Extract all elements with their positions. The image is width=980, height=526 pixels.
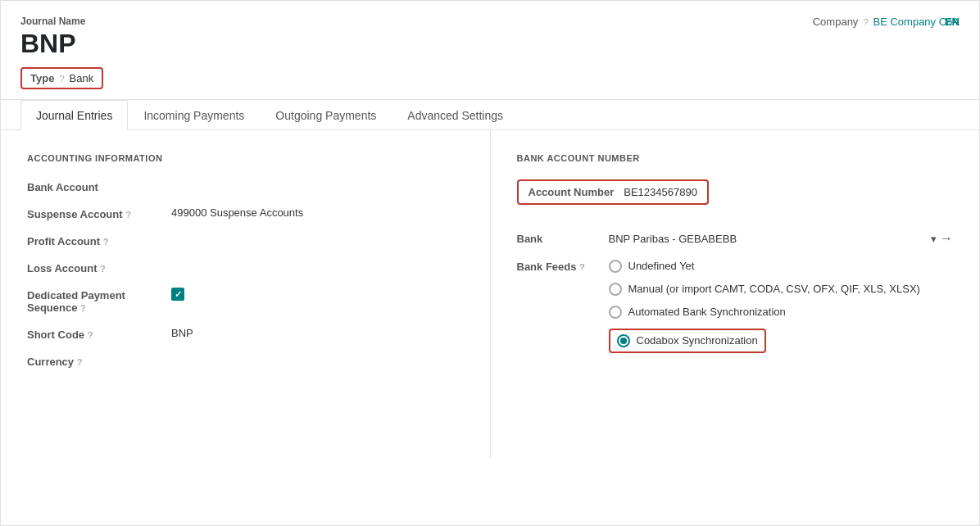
company-label: Company	[813, 16, 859, 28]
field-row-short-code: Short Code ? BNP	[27, 327, 464, 341]
bank-account-number-title: BANK ACCOUNT NUMBER	[517, 153, 954, 163]
field-row-suspense-account: Suspense Account ? 499000 Suspense Accou…	[27, 206, 464, 220]
bank-feeds-row: Bank Feeds ? Undefined Yet Manual (or im…	[517, 259, 954, 353]
radio-options: Undefined Yet Manual (or import CAMT, CO…	[609, 259, 920, 353]
bank-external-link-icon[interactable]: →	[940, 231, 953, 246]
field-row-dedicated-payment: Dedicated PaymentSequence ? ✓	[27, 288, 464, 314]
en-badge[interactable]: EN	[945, 16, 960, 28]
field-row-bank-account: Bank Account	[27, 179, 464, 193]
company-row: Company ? BE Company CoA	[813, 16, 960, 28]
radio-circle-manual	[609, 283, 622, 296]
short-code-value: BNP	[171, 327, 193, 339]
radio-label-automated: Automated Bank Synchronization	[628, 305, 786, 320]
bank-feeds-label: Bank Feeds ?	[517, 259, 599, 273]
radio-circle-automated	[609, 306, 622, 319]
codabox-wrapper: Codabox Synchronization	[609, 329, 766, 353]
type-value: Bank	[70, 72, 94, 84]
radio-circle-codabox	[617, 334, 630, 347]
accounting-info-title: ACCOUNTING INFORMATION	[27, 153, 464, 163]
right-column: BANK ACCOUNT NUMBER Account Number BE123…	[491, 130, 980, 458]
bank-dropdown-icon[interactable]: ▾	[931, 233, 937, 245]
account-number-row: Account Number BE1234567890	[517, 179, 709, 205]
dedicated-payment-checkbox[interactable]: ✓	[171, 288, 184, 301]
tab-outgoing-payments[interactable]: Outgoing Payments	[260, 100, 392, 130]
type-help-icon: ?	[59, 74, 64, 84]
type-label: Type	[30, 72, 54, 84]
radio-label-undefined: Undefined Yet	[628, 259, 695, 274]
bank-value: BNP Paribas - GEBABEBB	[609, 233, 922, 245]
radio-option-manual[interactable]: Manual (or import CAMT, CODA, CSV, OFX, …	[609, 282, 920, 297]
type-field[interactable]: Type ? Bank	[20, 67, 103, 89]
radio-option-undefined[interactable]: Undefined Yet	[609, 259, 920, 274]
left-column: ACCOUNTING INFORMATION Bank Account Susp…	[1, 130, 491, 458]
radio-option-codabox[interactable]: Codabox Synchronization	[609, 329, 920, 353]
tab-advanced-settings[interactable]: Advanced Settings	[392, 100, 519, 130]
bank-label: Bank	[517, 233, 599, 245]
short-code-label: Short Code ?	[27, 327, 158, 341]
suspense-account-label: Suspense Account ?	[27, 206, 158, 220]
header-section: Journal Name BNP Type ? Bank EN Company …	[1, 1, 979, 100]
journal-name-label: Journal Name	[20, 16, 103, 27]
bank-actions: ▾ →	[931, 231, 953, 246]
tab-journal-entries[interactable]: Journal Entries	[20, 100, 128, 130]
bank-account-label: Bank Account	[27, 179, 158, 193]
company-help-icon: ?	[863, 17, 868, 27]
page-wrapper: Journal Name BNP Type ? Bank EN Company …	[0, 0, 980, 526]
account-number-wrapper: Account Number BE1234567890	[517, 179, 954, 218]
profit-account-label: Profit Account ?	[27, 234, 158, 247]
field-row-loss-account: Loss Account ?	[27, 261, 464, 274]
field-row-currency: Currency ?	[27, 354, 464, 368]
field-row-profit-account: Profit Account ?	[27, 234, 464, 247]
currency-label: Currency ?	[27, 354, 158, 368]
bank-row: Bank BNP Paribas - GEBABEBB ▾ →	[517, 231, 954, 246]
radio-label-manual: Manual (or import CAMT, CODA, CSV, OFX, …	[628, 282, 920, 297]
radio-circle-undefined	[609, 260, 622, 273]
content-area: ACCOUNTING INFORMATION Bank Account Susp…	[1, 130, 979, 458]
tabs-section: Journal Entries Incoming Payments Outgoi…	[1, 100, 979, 130]
suspense-account-value: 499000 Suspense Accounts	[171, 206, 303, 219]
account-number-label: Account Number	[529, 186, 615, 198]
loss-account-label: Loss Account ?	[27, 261, 158, 274]
account-number-value[interactable]: BE1234567890	[624, 186, 697, 198]
radio-label-codabox: Codabox Synchronization	[637, 333, 758, 348]
tab-incoming-payments[interactable]: Incoming Payments	[128, 100, 260, 130]
radio-option-automated[interactable]: Automated Bank Synchronization	[609, 305, 920, 320]
dedicated-payment-label: Dedicated PaymentSequence ?	[27, 288, 158, 314]
journal-name-value: BNP	[20, 29, 103, 59]
